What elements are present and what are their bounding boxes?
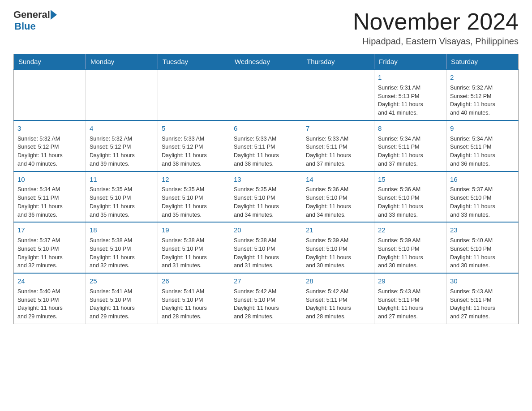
- calendar-week-row: 24Sunrise: 5:40 AM Sunset: 5:10 PM Dayli…: [14, 273, 519, 324]
- day-number: 4: [90, 124, 154, 133]
- calendar-cell: 13Sunrise: 5:35 AM Sunset: 5:10 PM Dayli…: [230, 171, 302, 223]
- calendar-cell: 26Sunrise: 5:41 AM Sunset: 5:10 PM Dayli…: [158, 273, 230, 324]
- day-info: Sunrise: 5:41 AM Sunset: 5:10 PM Dayligh…: [90, 287, 154, 321]
- calendar-cell: 14Sunrise: 5:36 AM Sunset: 5:10 PM Dayli…: [302, 171, 374, 223]
- calendar-header-thursday: Thursday: [302, 54, 374, 70]
- calendar-header-row: SundayMondayTuesdayWednesdayThursdayFrid…: [14, 54, 519, 70]
- day-info: Sunrise: 5:31 AM Sunset: 5:13 PM Dayligh…: [378, 84, 442, 117]
- calendar-cell: 30Sunrise: 5:43 AM Sunset: 5:11 PM Dayli…: [446, 273, 519, 324]
- day-info: Sunrise: 5:40 AM Sunset: 5:10 PM Dayligh…: [450, 236, 515, 270]
- day-info: Sunrise: 5:42 AM Sunset: 5:10 PM Dayligh…: [234, 287, 298, 321]
- day-number: 7: [306, 124, 370, 133]
- page-header: General Blue November 2024 Hipadpad, Eas…: [13, 9, 519, 47]
- month-title: November 2024: [353, 9, 519, 34]
- calendar-cell: 29Sunrise: 5:43 AM Sunset: 5:11 PM Dayli…: [374, 273, 446, 324]
- day-number: 27: [234, 276, 298, 286]
- calendar-header-sunday: Sunday: [14, 54, 86, 70]
- day-number: 17: [17, 225, 82, 235]
- calendar-cell: 5Sunrise: 5:33 AM Sunset: 5:12 PM Daylig…: [158, 120, 230, 171]
- calendar-week-row: 1Sunrise: 5:31 AM Sunset: 5:13 PM Daylig…: [14, 69, 519, 120]
- day-info: Sunrise: 5:38 AM Sunset: 5:10 PM Dayligh…: [162, 236, 226, 270]
- logo: General Blue: [13, 9, 57, 32]
- calendar-cell: 11Sunrise: 5:35 AM Sunset: 5:10 PM Dayli…: [86, 171, 158, 223]
- day-info: Sunrise: 5:39 AM Sunset: 5:10 PM Dayligh…: [378, 236, 442, 270]
- day-info: Sunrise: 5:36 AM Sunset: 5:10 PM Dayligh…: [306, 185, 370, 219]
- calendar-cell: [230, 69, 302, 120]
- day-number: 12: [162, 175, 226, 184]
- day-info: Sunrise: 5:35 AM Sunset: 5:10 PM Dayligh…: [162, 185, 226, 219]
- day-info: Sunrise: 5:38 AM Sunset: 5:10 PM Dayligh…: [234, 236, 298, 270]
- day-info: Sunrise: 5:33 AM Sunset: 5:12 PM Dayligh…: [162, 135, 226, 168]
- day-number: 2: [450, 73, 515, 82]
- day-number: 21: [306, 225, 370, 235]
- calendar-cell: 16Sunrise: 5:37 AM Sunset: 5:10 PM Dayli…: [446, 171, 519, 223]
- day-number: 30: [450, 276, 515, 286]
- day-number: 8: [378, 124, 442, 133]
- day-info: Sunrise: 5:36 AM Sunset: 5:10 PM Dayligh…: [378, 185, 442, 219]
- logo-arrow-icon: [51, 10, 57, 20]
- day-number: 5: [162, 124, 226, 133]
- calendar-week-row: 10Sunrise: 5:34 AM Sunset: 5:11 PM Dayli…: [14, 171, 519, 223]
- logo-general-text: General: [13, 9, 50, 21]
- day-number: 28: [306, 276, 370, 286]
- calendar-week-row: 17Sunrise: 5:37 AM Sunset: 5:10 PM Dayli…: [14, 222, 519, 273]
- day-number: 23: [450, 225, 515, 235]
- day-number: 6: [234, 124, 298, 133]
- calendar-cell: 20Sunrise: 5:38 AM Sunset: 5:10 PM Dayli…: [230, 222, 302, 273]
- calendar-cell: 28Sunrise: 5:42 AM Sunset: 5:11 PM Dayli…: [302, 273, 374, 324]
- calendar-cell: 22Sunrise: 5:39 AM Sunset: 5:10 PM Dayli…: [374, 222, 446, 273]
- day-number: 1: [378, 73, 442, 82]
- calendar-cell: 27Sunrise: 5:42 AM Sunset: 5:10 PM Dayli…: [230, 273, 302, 324]
- calendar-header-monday: Monday: [86, 54, 158, 70]
- day-number: 9: [450, 124, 515, 133]
- calendar-cell: 8Sunrise: 5:34 AM Sunset: 5:11 PM Daylig…: [374, 120, 446, 171]
- day-info: Sunrise: 5:32 AM Sunset: 5:12 PM Dayligh…: [450, 84, 515, 117]
- day-info: Sunrise: 5:41 AM Sunset: 5:10 PM Dayligh…: [162, 287, 226, 321]
- day-info: Sunrise: 5:33 AM Sunset: 5:11 PM Dayligh…: [234, 135, 298, 168]
- day-info: Sunrise: 5:35 AM Sunset: 5:10 PM Dayligh…: [90, 185, 154, 219]
- calendar-cell: 4Sunrise: 5:32 AM Sunset: 5:12 PM Daylig…: [86, 120, 158, 171]
- day-number: 11: [90, 175, 154, 184]
- day-info: Sunrise: 5:37 AM Sunset: 5:10 PM Dayligh…: [450, 185, 515, 219]
- day-number: 10: [17, 175, 82, 184]
- day-number: 26: [162, 276, 226, 286]
- day-number: 13: [234, 175, 298, 184]
- calendar-header-tuesday: Tuesday: [158, 54, 230, 70]
- calendar-header-friday: Friday: [374, 54, 446, 70]
- calendar-cell: 18Sunrise: 5:38 AM Sunset: 5:10 PM Dayli…: [86, 222, 158, 273]
- calendar-cell: [86, 69, 158, 120]
- day-info: Sunrise: 5:43 AM Sunset: 5:11 PM Dayligh…: [450, 287, 515, 321]
- day-number: 29: [378, 276, 442, 286]
- logo-blue-text: Blue: [14, 21, 36, 32]
- calendar-week-row: 3Sunrise: 5:32 AM Sunset: 5:12 PM Daylig…: [14, 120, 519, 171]
- day-number: 24: [17, 276, 82, 286]
- day-info: Sunrise: 5:37 AM Sunset: 5:10 PM Dayligh…: [17, 236, 82, 270]
- day-info: Sunrise: 5:34 AM Sunset: 5:11 PM Dayligh…: [378, 135, 442, 168]
- calendar-cell: 9Sunrise: 5:34 AM Sunset: 5:11 PM Daylig…: [446, 120, 519, 171]
- calendar-cell: 24Sunrise: 5:40 AM Sunset: 5:10 PM Dayli…: [14, 273, 86, 324]
- day-number: 16: [450, 175, 515, 184]
- calendar-cell: [302, 69, 374, 120]
- day-info: Sunrise: 5:39 AM Sunset: 5:10 PM Dayligh…: [306, 236, 370, 270]
- calendar-cell: 23Sunrise: 5:40 AM Sunset: 5:10 PM Dayli…: [446, 222, 519, 273]
- day-info: Sunrise: 5:40 AM Sunset: 5:10 PM Dayligh…: [17, 287, 82, 321]
- calendar-cell: [158, 69, 230, 120]
- calendar-cell: 2Sunrise: 5:32 AM Sunset: 5:12 PM Daylig…: [446, 69, 519, 120]
- day-number: 3: [17, 124, 82, 133]
- calendar-cell: 1Sunrise: 5:31 AM Sunset: 5:13 PM Daylig…: [374, 69, 446, 120]
- day-info: Sunrise: 5:32 AM Sunset: 5:12 PM Dayligh…: [90, 135, 154, 168]
- location-title: Hipadpad, Eastern Visayas, Philippines: [353, 36, 519, 47]
- day-info: Sunrise: 5:43 AM Sunset: 5:11 PM Dayligh…: [378, 287, 442, 321]
- calendar-cell: [14, 69, 86, 120]
- day-number: 25: [90, 276, 154, 286]
- day-info: Sunrise: 5:34 AM Sunset: 5:11 PM Dayligh…: [450, 135, 515, 168]
- day-number: 14: [306, 175, 370, 184]
- calendar-cell: 10Sunrise: 5:34 AM Sunset: 5:11 PM Dayli…: [14, 171, 86, 223]
- day-info: Sunrise: 5:42 AM Sunset: 5:11 PM Dayligh…: [306, 287, 370, 321]
- calendar-cell: 21Sunrise: 5:39 AM Sunset: 5:10 PM Dayli…: [302, 222, 374, 273]
- calendar-cell: 3Sunrise: 5:32 AM Sunset: 5:12 PM Daylig…: [14, 120, 86, 171]
- title-area: November 2024 Hipadpad, Eastern Visayas,…: [353, 9, 519, 47]
- day-info: Sunrise: 5:33 AM Sunset: 5:11 PM Dayligh…: [306, 135, 370, 168]
- day-info: Sunrise: 5:35 AM Sunset: 5:10 PM Dayligh…: [234, 185, 298, 219]
- calendar-header-wednesday: Wednesday: [230, 54, 302, 70]
